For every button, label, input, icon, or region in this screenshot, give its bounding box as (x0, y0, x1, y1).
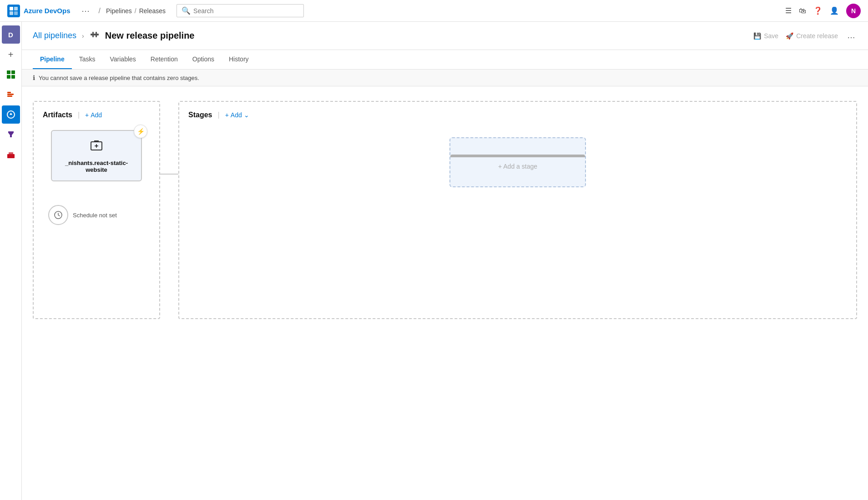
save-button[interactable]: 💾 Save (753, 32, 778, 40)
svg-rect-3 (14, 11, 18, 15)
header-actions: 💾 Save 🚀 Create release … (753, 29, 857, 42)
connector (160, 174, 178, 175)
sidebar-item-user[interactable]: D (2, 25, 20, 44)
page-header: All pipelines › New release pipeline 💾 S… (22, 22, 868, 50)
svg-rect-8 (7, 92, 11, 93)
stages-section: Stages | + Add ⌄ + Add a stage (178, 101, 857, 319)
more-options-btn[interactable]: … (845, 29, 857, 42)
sidebar-item-testplans[interactable] (2, 125, 20, 144)
artifact-trigger-btn[interactable]: ⚡ (134, 125, 147, 138)
sidebar-item-add[interactable]: + (2, 45, 20, 64)
tab-variables[interactable]: Variables (102, 50, 143, 69)
info-icon: ℹ (33, 74, 35, 81)
svg-rect-13 (9, 152, 13, 155)
artifacts-header: Artifacts | + Add (43, 111, 150, 119)
tabs: Pipeline Tasks Variables Retention Optio… (22, 50, 868, 70)
stage-top-bar (450, 155, 585, 157)
breadcrumb-sep1: / (99, 7, 101, 15)
svg-rect-12 (7, 154, 15, 158)
more-dots-btn[interactable]: ⋯ (78, 4, 93, 18)
tab-retention[interactable]: Retention (143, 50, 185, 69)
artifacts-title: Artifacts (43, 111, 72, 119)
svg-rect-7 (11, 75, 15, 79)
sidebar-item-repos[interactable] (2, 85, 20, 104)
breadcrumb-chevron: › (82, 32, 84, 40)
connector-line (160, 174, 178, 175)
pipelines-link[interactable]: Pipelines (106, 7, 132, 15)
search-box[interactable]: 🔍 (177, 4, 304, 17)
stages-title: Stages (188, 111, 212, 119)
create-release-button[interactable]: 🚀 Create release (786, 32, 838, 40)
add-stage-btn[interactable]: + Add ⌄ (225, 111, 249, 119)
artifacts-section: Artifacts | + Add ⚡ (33, 101, 160, 319)
svg-rect-16 (96, 32, 97, 37)
chevron-down-icon: ⌄ (244, 111, 249, 119)
schedule-btn[interactable] (48, 205, 68, 225)
sidebar-item-boards[interactable] (2, 65, 20, 84)
topbar-icons: ☰ 🛍 ❓ 👤 N (785, 4, 861, 18)
breadcrumb: Pipelines / Releases (106, 7, 166, 15)
pipeline-icon (90, 30, 100, 42)
all-pipelines-link[interactable]: All pipelines (33, 31, 76, 40)
stages-header: Stages | + Add ⌄ (188, 111, 847, 119)
tab-options[interactable]: Options (185, 50, 222, 69)
sidebar-item-artifacts[interactable] (2, 145, 20, 164)
svg-rect-0 (10, 7, 13, 10)
search-input[interactable] (193, 7, 299, 15)
sidebar: D + (0, 22, 22, 500)
tab-pipeline[interactable]: Pipeline (33, 50, 72, 69)
plus-icon-stages: + (225, 111, 229, 119)
layout: D + (0, 22, 868, 500)
pipeline-canvas: Artifacts | + Add ⚡ (22, 86, 868, 334)
add-stage-card[interactable]: + Add a stage (449, 137, 586, 187)
tab-tasks[interactable]: Tasks (72, 50, 103, 69)
logo[interactable]: Azure DevOps (7, 5, 71, 17)
user-avatar[interactable]: N (846, 4, 861, 18)
svg-rect-1 (14, 7, 18, 10)
schedule-text: Schedule not set (73, 212, 117, 219)
releases-link[interactable]: Releases (139, 7, 166, 15)
svg-rect-4 (7, 70, 10, 74)
svg-rect-6 (7, 75, 10, 79)
warning-text: You cannot save a release pipeline that … (39, 75, 199, 81)
svg-rect-5 (11, 70, 15, 74)
breadcrumb-sep2: / (135, 7, 136, 15)
add-stage-text: + Add a stage (498, 163, 537, 170)
svg-rect-15 (92, 32, 94, 37)
settings-icon[interactable]: 👤 (830, 6, 839, 15)
artifact-name: _nishants.react-static-website (59, 160, 134, 173)
search-icon: 🔍 (182, 6, 191, 15)
artifact-card[interactable]: ⚡ _nishants.react-static-website (51, 130, 142, 181)
add-artifact-btn[interactable]: + Add (85, 111, 102, 119)
help-icon[interactable]: ❓ (813, 6, 823, 15)
schedule-box: Schedule not set (43, 200, 150, 230)
svg-rect-14 (91, 34, 99, 35)
save-icon: 💾 (753, 32, 761, 40)
tab-history[interactable]: History (222, 50, 256, 69)
logo-icon (7, 5, 20, 17)
shopping-icon[interactable]: 🛍 (799, 7, 806, 15)
page-title: New release pipeline (105, 30, 195, 41)
notifications-icon[interactable]: ☰ (785, 6, 792, 15)
rocket-icon: 🚀 (786, 32, 793, 40)
warning-banner: ℹ You cannot save a release pipeline tha… (22, 70, 868, 86)
artifact-type-icon (89, 138, 104, 156)
svg-rect-9 (7, 94, 14, 95)
svg-rect-2 (10, 11, 13, 15)
sidebar-item-pipelines[interactable] (2, 105, 20, 124)
logo-text: Azure DevOps (24, 7, 71, 15)
topbar: Azure DevOps ⋯ / Pipelines / Releases 🔍 … (0, 0, 868, 22)
plus-icon: + (85, 111, 89, 119)
svg-rect-10 (7, 95, 12, 97)
main-content: All pipelines › New release pipeline 💾 S… (22, 22, 868, 500)
